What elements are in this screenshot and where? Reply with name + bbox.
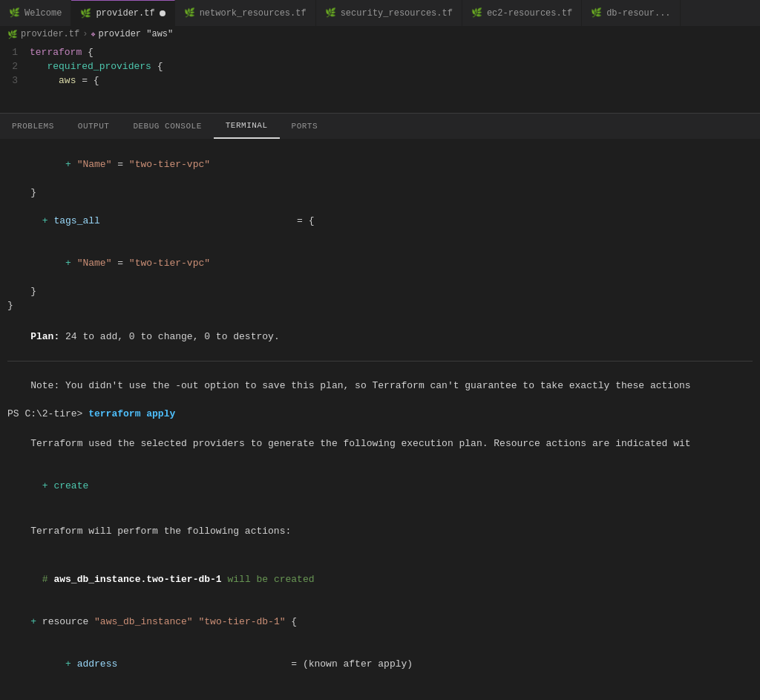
terminal-line-close1: } [7, 186, 753, 200]
tab-welcome-label: Welcome [24, 8, 62, 19]
line-content-3: aws = { [30, 73, 760, 88]
line-number-1: 1 [7, 45, 30, 59]
tab-ec2-icon: 🌿 [471, 7, 482, 19]
tab-bar: 🌿 Welcome 🌿 provider.tf 🌿 network_resour… [0, 0, 760, 26]
terminal-note-line: Note: You didn't use the -out option to … [7, 364, 753, 407]
tab-provider-tf-label: provider.tf [96, 8, 154, 19]
terminal-create-marker: + create [7, 465, 753, 507]
line-number-2: 2 [7, 59, 30, 73]
tab-debug-console[interactable]: DEBUG CONSOLE [121, 114, 213, 139]
tab-provider-tf-icon: 🌿 [80, 8, 91, 19]
panel-tabs: PROBLEMS OUTPUT DEBUG CONSOLE TERMINAL P… [0, 113, 760, 139]
breadcrumb-icon: 🌿 [7, 30, 18, 39]
code-line-2: 2 required_providers { [0, 59, 760, 73]
terminal-line-tags-all: + tags_all = { [7, 200, 753, 242]
code-line-1: 1 terraform { [0, 45, 760, 59]
tab-output-label: OUTPUT [78, 122, 110, 131]
terminal-actions-line: Terraform will perform the following act… [7, 510, 753, 552]
tab-security-resources[interactable]: 🌿 security_resources.tf [316, 0, 462, 26]
tab-problems[interactable]: PROBLEMS [0, 114, 66, 139]
tab-security-label: security_resources.tf [341, 8, 453, 19]
tab-db-label: db-resour... [606, 8, 670, 19]
terminal-exec-line: Terraform used the selected providers to… [7, 422, 753, 465]
tab-welcome[interactable]: 🌿 Welcome [0, 0, 71, 26]
terminal-prompt-ps: PS C:\2-tire> [7, 407, 88, 421]
breadcrumb-block-icon: ❖ [91, 30, 95, 39]
tab-network-resources[interactable]: 🌿 network_resources.tf [175, 0, 316, 26]
terminal-line-tag-name2: + "Name" = "two-tier-vpc" [7, 242, 753, 284]
attr-address: + address = (known after apply) [7, 643, 753, 685]
line-number-3: 3 [7, 73, 30, 88]
breadcrumb-block: provider "aws" [98, 29, 173, 39]
terminal-line-tag-name: + "Name" = "two-tier-vpc" [7, 143, 753, 186]
breadcrumb: 🌿 provider.tf › ❖ provider "aws" [0, 26, 760, 42]
tab-terminal[interactable]: TERMINAL [214, 114, 280, 139]
breadcrumb-file: provider.tf [21, 29, 79, 39]
code-line-3: 3 aws = { [0, 73, 760, 88]
line-content-2: required_providers { [30, 59, 760, 73]
terminal-divider [7, 361, 753, 362]
terminal-prompt: PS C:\2-tire> terraform apply [7, 407, 753, 421]
tab-security-icon: 🌿 [325, 7, 336, 19]
terminal-command: terraform apply [88, 407, 175, 421]
terminal-area[interactable]: + "Name" = "two-tier-vpc" } + tags_all =… [0, 139, 760, 700]
editor-area: 1 terraform { 2 required_providers { 3 a… [0, 42, 760, 113]
terminal-line-close2: } [7, 284, 753, 298]
breadcrumb-sep1: › [82, 29, 88, 39]
tab-problems-label: PROBLEMS [12, 122, 54, 131]
tab-network-icon: 🌿 [184, 7, 195, 19]
terminal-resource-line: + resource "aws_db_instance" "two-tier-d… [7, 601, 753, 643]
tab-welcome-icon: 🌿 [9, 7, 20, 19]
tab-db-resources[interactable]: 🌿 db-resour... [582, 0, 680, 26]
terminal-line-close3: } [7, 298, 753, 313]
tab-output[interactable]: OUTPUT [66, 114, 122, 139]
tab-ec2-resources[interactable]: 🌿 ec2-resources.tf [462, 0, 582, 26]
tab-debug-label: DEBUG CONSOLE [133, 122, 201, 131]
tab-ports-label: PORTS [292, 122, 318, 131]
tab-ports[interactable]: PORTS [280, 114, 330, 139]
tab-ec2-label: ec2-resources.tf [487, 8, 572, 19]
tab-modified-dot [160, 10, 166, 16]
tab-provider-tf[interactable]: 🌿 provider.tf [71, 0, 174, 26]
terminal-db-comment: # aws_db_instance.two-tier-db-1 will be … [7, 558, 753, 601]
terminal-plan-line: Plan: 24 to add, 0 to change, 0 to destr… [7, 315, 753, 358]
tab-network-label: network_resources.tf [200, 8, 307, 19]
line-content-1: terraform { [30, 45, 760, 59]
tab-terminal-label: TERMINAL [226, 121, 268, 130]
attr-allocated-storage: + allocated_storage = 5 [7, 685, 753, 700]
tab-db-icon: 🌿 [591, 7, 602, 19]
